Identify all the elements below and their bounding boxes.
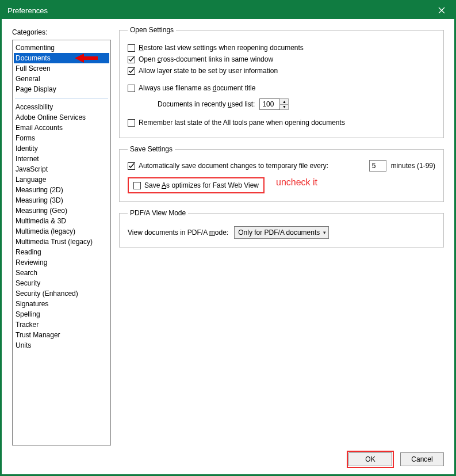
- checkbox-icon: [128, 162, 135, 170]
- category-item[interactable]: Signatures: [14, 299, 109, 309]
- category-item[interactable]: Measuring (Geo): [14, 205, 109, 216]
- categories-column: Categories: CommentingDocumentsFull Scre…: [12, 25, 111, 445]
- category-item[interactable]: General: [14, 74, 109, 84]
- category-item[interactable]: JavaScript: [14, 164, 109, 174]
- autosave-minutes-input[interactable]: [369, 160, 386, 172]
- category-item[interactable]: Internet: [14, 154, 109, 164]
- category-divider: [15, 98, 108, 98]
- allow-layer-state-checkbox[interactable]: Allow layer state to be set by user info…: [128, 66, 435, 75]
- category-item[interactable]: Adobe Online Services: [14, 112, 109, 123]
- category-item[interactable]: Security (Enhanced): [14, 288, 109, 299]
- category-item[interactable]: Units: [14, 340, 109, 351]
- checkbox-icon: [128, 44, 135, 52]
- category-item[interactable]: Documents: [14, 53, 109, 63]
- category-item[interactable]: Forms: [14, 133, 109, 143]
- open-settings-legend: Open Settings: [128, 26, 176, 34]
- category-item[interactable]: Multimedia & 3D: [14, 216, 109, 226]
- category-item[interactable]: Identity: [14, 143, 109, 154]
- filename-as-title-checkbox[interactable]: Always use filename as document title: [128, 83, 435, 93]
- preferences-dialog: Preferences Categories: CommentingDocume…: [0, 0, 456, 476]
- spinner-up-icon[interactable]: ▲: [280, 99, 288, 105]
- category-item[interactable]: Measuring (2D): [14, 185, 109, 195]
- category-item[interactable]: Reviewing: [14, 257, 109, 268]
- category-item[interactable]: Reading: [14, 247, 109, 257]
- category-item[interactable]: Language: [14, 174, 109, 185]
- category-item[interactable]: Accessibility: [14, 102, 109, 112]
- category-item[interactable]: Measuring (3D): [14, 195, 109, 205]
- categories-label: Categories:: [12, 28, 111, 36]
- category-item[interactable]: Search: [14, 268, 109, 278]
- fast-web-view-checkbox[interactable]: [133, 182, 141, 189]
- category-item[interactable]: Spelling: [14, 309, 109, 319]
- settings-panel: Open Settings Restore last view settings…: [119, 25, 444, 445]
- cancel-button[interactable]: Cancel: [400, 452, 444, 466]
- recent-list-row: Documents in recently used list: ▲ ▼: [158, 98, 435, 110]
- restore-last-view-checkbox[interactable]: Restore last view settings when reopenin…: [128, 43, 435, 52]
- ok-button[interactable]: OK: [348, 452, 392, 466]
- pdfa-mode-dropdown[interactable]: Only for PDF/A documents ▾: [234, 226, 329, 239]
- fast-web-view-label: Save As optimizes for Fast Web View: [144, 181, 259, 189]
- checkbox-icon: [128, 85, 135, 92]
- autosave-checkbox[interactable]: Automatically save document changes to t…: [128, 161, 328, 170]
- category-item[interactable]: Security: [14, 278, 109, 288]
- categories-list[interactable]: CommentingDocumentsFull ScreenGeneralPag…: [12, 40, 111, 445]
- category-item[interactable]: Commenting: [14, 43, 109, 53]
- uncheck-annotation: uncheck it: [276, 177, 317, 188]
- svg-marker-0: [75, 54, 98, 63]
- autosave-minutes-suffix: minutes (1-99): [391, 162, 435, 170]
- checkbox-icon: [128, 67, 135, 75]
- pdfa-legend: PDF/A View Mode: [128, 209, 188, 217]
- cross-document-links-checkbox[interactable]: Open cross-document links in same window: [128, 55, 435, 64]
- fast-web-view-highlight: Save As optimizes for Fast Web View: [128, 177, 265, 193]
- remember-tools-pane-checkbox[interactable]: Remember last state of the All tools pan…: [128, 118, 435, 127]
- pdfa-mode-label: View documents in PDF/A mode:: [128, 229, 228, 237]
- open-settings-group: Open Settings Restore last view settings…: [119, 26, 444, 138]
- close-button[interactable]: [429, 2, 454, 19]
- window-title: Preferences: [7, 6, 48, 15]
- pdfa-view-mode-group: PDF/A View Mode View documents in PDF/A …: [119, 209, 444, 247]
- dialog-button-row: OK Cancel: [12, 452, 444, 466]
- category-item[interactable]: Tracker: [14, 319, 109, 330]
- category-item[interactable]: Page Display: [14, 84, 109, 94]
- spinner-down-icon[interactable]: ▼: [280, 105, 288, 110]
- recent-list-input[interactable]: [259, 98, 280, 110]
- titlebar: Preferences: [2, 2, 454, 19]
- checkbox-icon: [128, 119, 135, 127]
- selection-arrow-icon: [75, 54, 98, 63]
- category-item[interactable]: Multimedia (legacy): [14, 226, 109, 237]
- category-item[interactable]: Multimedia Trust (legacy): [14, 237, 109, 247]
- checkbox-icon: [128, 56, 135, 63]
- recent-list-spinner[interactable]: ▲ ▼: [280, 98, 289, 110]
- category-item[interactable]: Full Screen: [14, 63, 109, 74]
- chevron-down-icon: ▾: [323, 230, 326, 235]
- save-settings-group: Save Settings Automatically save documen…: [119, 145, 444, 202]
- category-item[interactable]: Email Accounts: [14, 123, 109, 133]
- save-settings-legend: Save Settings: [128, 145, 175, 153]
- category-item[interactable]: Trust Manager: [14, 330, 109, 340]
- close-icon: [438, 7, 445, 14]
